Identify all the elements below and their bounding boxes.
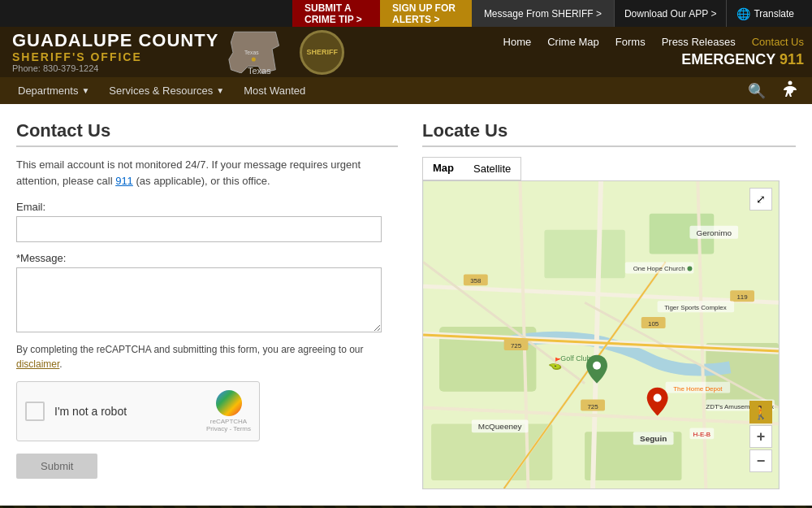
nav-press-releases[interactable]: Press Releases: [662, 36, 736, 48]
header-nav: Home Crime Map Forms Press Releases Cont…: [503, 36, 804, 48]
nav-departments[interactable]: Departments ▼: [8, 77, 99, 104]
recaptcha-box[interactable]: I'm not a robot reCAPTCHA Privacy - Term…: [16, 381, 260, 441]
svg-text:Tiger Sports Complex: Tiger Sports Complex: [664, 304, 726, 311]
recaptcha-logo-img: [216, 390, 242, 416]
globe-icon: 🌐: [736, 7, 750, 20]
signup-alerts-label: SIGN UP FOR ALERTS >: [392, 2, 460, 25]
chevron-down-icon: ▼: [81, 86, 89, 95]
svg-point-55: [654, 394, 662, 402]
call-911-link[interactable]: 911: [115, 175, 133, 187]
email-field[interactable]: [16, 216, 382, 242]
map-section: Locate Us Map Satellite: [422, 120, 796, 489]
zoom-in-button[interactable]: +: [749, 425, 772, 448]
submit-tip-label: SUBMIT A CRIME TIP >: [304, 2, 368, 25]
svg-text:119: 119: [736, 293, 748, 301]
texas-label: Texas: [248, 66, 271, 76]
tab-map[interactable]: Map: [423, 158, 464, 180]
chevron-down-icon: ▼: [216, 86, 224, 95]
svg-text:Texas: Texas: [244, 50, 259, 55]
recaptcha-logo: reCAPTCHA Privacy - Terms: [206, 390, 251, 432]
map-title: Locate Us: [422, 120, 796, 147]
pegman-button[interactable]: 🚶: [749, 401, 772, 423]
texas-map-area: Texas Texas: [227, 28, 292, 76]
svg-point-3: [788, 81, 793, 85]
disclaimer-link[interactable]: disclaimer: [16, 358, 59, 370]
form-note: By completing the reCAPTCHA and submitti…: [16, 342, 398, 371]
message-sheriff-label: Message From SHERIFF >: [484, 8, 602, 20]
tab-satellite[interactable]: Satellite: [464, 158, 520, 180]
accessibility-button[interactable]: [776, 80, 804, 102]
svg-text:Golf Club: Golf Club: [560, 354, 590, 363]
recaptcha-terms: Privacy - Terms: [206, 425, 251, 432]
svg-rect-7: [544, 230, 624, 279]
recaptcha-label: I'm not a robot: [54, 405, 206, 418]
recaptcha-brand: reCAPTCHA: [210, 418, 247, 425]
emergency-911: 911: [780, 51, 804, 67]
svg-text:Geronimo: Geronimo: [696, 228, 732, 237]
submit-button[interactable]: Submit: [16, 454, 97, 479]
nav-forms[interactable]: Forms: [615, 36, 646, 48]
sheriff-badge: SHERIFF: [300, 30, 344, 75]
download-app-label: Download Our APP >: [624, 8, 717, 20]
svg-text:One Hope Church: One Hope Church: [633, 265, 685, 272]
top-bar: SUBMIT A CRIME TIP > SIGN UP FOR ALERTS …: [0, 0, 812, 27]
map-background: 358 119 725 725 105 Seguin McQueeney: [423, 181, 779, 488]
header-right: Home Crime Map Forms Press Releases Cont…: [503, 36, 804, 68]
search-button[interactable]: 🔍: [741, 82, 772, 100]
nav-contact-us[interactable]: Contact Us: [752, 36, 804, 48]
svg-point-41: [687, 266, 692, 271]
nav-most-wanted[interactable]: Most Wanted: [234, 77, 315, 104]
message-label: *Message:: [16, 252, 398, 264]
svg-text:Seguin: Seguin: [640, 434, 667, 443]
phone-number: 830-379-1224: [43, 63, 99, 73]
svg-text:McQueeney: McQueeney: [478, 422, 522, 431]
svg-text:358: 358: [470, 277, 482, 284]
translate-label: Translate: [754, 8, 794, 20]
svg-text:725: 725: [587, 403, 598, 410]
emergency-text: EMERGENCY 911: [681, 51, 804, 68]
contact-section: Contact Us This email account is not mon…: [16, 120, 422, 489]
download-app-btn[interactable]: Download Our APP >: [615, 0, 728, 27]
main-content: Contact Us This email account is not mon…: [0, 104, 812, 506]
recaptcha-checkbox[interactable]: [25, 402, 45, 421]
map-tabs: Map Satellite: [422, 157, 521, 180]
contact-title: Contact Us: [16, 120, 398, 147]
submit-tip-btn[interactable]: SUBMIT A CRIME TIP >: [292, 0, 380, 27]
nav-bar-right: 🔍: [741, 80, 804, 102]
message-field[interactable]: [16, 267, 382, 332]
org-subtitle: SHERIFF'S OFFICE: [12, 50, 218, 63]
nav-bar: Departments ▼ Services & Resources ▼ Mos…: [0, 77, 812, 104]
nav-services-resources[interactable]: Services & Resources ▼: [99, 77, 234, 104]
contact-description: This email account is not monitored 24/7…: [16, 157, 398, 189]
svg-point-2: [252, 58, 256, 62]
map-container: 358 119 725 725 105 Seguin McQueeney: [422, 180, 780, 489]
fullscreen-button[interactable]: ⤢: [749, 188, 772, 211]
signup-alerts-btn[interactable]: SIGN UP FOR ALERTS >: [380, 0, 472, 27]
svg-text:The Home Depot: The Home Depot: [673, 385, 723, 393]
svg-text:⛳: ⛳: [548, 357, 563, 371]
phone-label: Phone: 830-379-1224: [12, 63, 218, 73]
svg-text:105: 105: [648, 320, 659, 328]
zoom-out-button[interactable]: −: [749, 449, 772, 472]
nav-crime-map[interactable]: Crime Map: [547, 36, 599, 48]
email-label: Email:: [16, 201, 398, 213]
logo: GUADALUPE COUNTY SHERIFF'S OFFICE Phone:…: [12, 31, 218, 73]
message-sheriff-btn[interactable]: Message From SHERIFF >: [472, 0, 615, 27]
svg-text:H-E-B: H-E-B: [693, 431, 711, 438]
nav-home[interactable]: Home: [503, 36, 532, 48]
map-svg: 358 119 725 725 105 Seguin McQueeney: [423, 181, 779, 488]
translate-btn[interactable]: 🌐 Translate: [727, 0, 804, 27]
header: GUADALUPE COUNTY SHERIFF'S OFFICE Phone:…: [0, 27, 812, 77]
org-title: GUADALUPE COUNTY: [12, 31, 218, 50]
svg-point-53: [593, 362, 601, 370]
svg-text:725: 725: [511, 342, 522, 350]
